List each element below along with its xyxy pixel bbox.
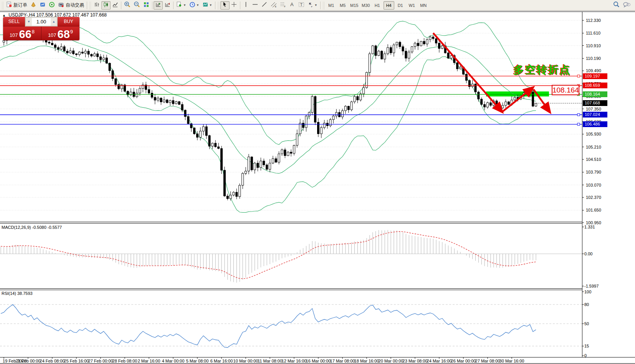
timeframe-button-M30[interactable]: M30: [360, 1, 371, 10]
auto-scroll-icon: [155, 2, 161, 9]
date-axis-label: 5 Mar 08:00: [186, 359, 209, 363]
buy-price-prefix: 107: [48, 32, 56, 38]
date-axis-label: 2 Mar 16:00: [138, 359, 160, 363]
rsi-axis-label: 0: [584, 353, 587, 358]
volume-value[interactable]: 1.00: [32, 18, 51, 26]
volume-decrease-button[interactable]: ▼: [26, 18, 32, 26]
toolbar: 新订单 自动交易 ▼ ▼ ▼ E F A T: [0, 0, 635, 11]
macd-axis-label: 0.00: [584, 251, 592, 256]
horizontal-line-button[interactable]: [251, 1, 260, 10]
price-level-tag: 109.197: [583, 73, 607, 79]
toolbar-drag-handle[interactable]: [322, 2, 325, 9]
text-button[interactable]: A: [288, 1, 297, 10]
zoom-out-button[interactable]: [132, 1, 142, 10]
price-axis-label: 104.510: [586, 157, 601, 162]
cursor-icon: [222, 2, 228, 9]
volume-increase-button[interactable]: ▲: [51, 18, 57, 26]
rsi-axis-label: 100: [584, 290, 591, 295]
price-axis-label: 103.070: [586, 183, 601, 188]
line-anchor-marker: [577, 123, 580, 126]
price-level-tag: 108.164: [583, 91, 607, 97]
fibonacci-button[interactable]: F: [278, 1, 288, 10]
periods-button[interactable]: ▼: [188, 1, 201, 10]
date-axis-label: 27 Mar 08:00: [475, 359, 500, 363]
fibonacci-icon: F: [280, 2, 286, 9]
buy-price-sup: 9: [70, 29, 73, 35]
timeframe-button-M1[interactable]: M1: [326, 1, 337, 10]
buy-price-big: 68: [58, 29, 70, 39]
quotes-button[interactable]: [29, 1, 38, 10]
vertical-line-button[interactable]: [241, 1, 251, 10]
text-label-button[interactable]: T: [297, 1, 306, 10]
chevron-down-icon: ▼: [27, 20, 30, 23]
timeframe-button-H4[interactable]: H4: [384, 1, 394, 10]
sell-button[interactable]: SELL: [3, 17, 25, 26]
arrows-button[interactable]: ▼: [306, 1, 319, 10]
sell-price-display[interactable]: 107668: [3, 26, 41, 40]
chart-window-button[interactable]: [38, 1, 47, 10]
date-axis-label: 11 Mar 08:00: [258, 359, 282, 363]
rsi-axis-label: 80: [584, 302, 589, 307]
timeframe-button-M5[interactable]: M5: [337, 1, 348, 10]
timeframe-toolbar: M1M5M15M30H1H4D1W1MN: [326, 1, 429, 10]
zoom-in-icon: [124, 1, 131, 9]
templates-button[interactable]: ▼: [201, 1, 214, 10]
buy-price-display[interactable]: 107689: [41, 26, 79, 40]
search-button[interactable]: [611, 1, 621, 10]
timeframe-button-D1[interactable]: D1: [395, 1, 406, 10]
autotrading-label: 自动交易: [66, 2, 84, 8]
rsi-indicator-label: RSI(14) 38.7593: [2, 291, 33, 296]
macd-indicator: [0, 230, 582, 283]
add-indicator-button[interactable]: ▼: [175, 1, 188, 10]
zoom-in-button[interactable]: [122, 1, 132, 10]
tile-windows-button[interactable]: [142, 1, 151, 10]
equidistant-channel-button[interactable]: E: [269, 1, 278, 10]
chat-icon: [623, 2, 630, 9]
macd-indicator-label: MACD(12,26,9) -0.5080 -0.5577: [2, 225, 62, 230]
volume-stepper: ▼ 1.00 ▲: [25, 17, 58, 26]
autotrading-button[interactable]: 自动交易: [56, 1, 86, 10]
line-chart-button[interactable]: [111, 1, 120, 10]
chevron-up-icon: ▲: [52, 20, 55, 23]
trendline-button[interactable]: [260, 1, 269, 10]
crosshair-button[interactable]: [230, 1, 239, 10]
candlestick-series: [3, 21, 537, 200]
sell-price-sup: 8: [32, 29, 35, 35]
candlestick-chart-button[interactable]: [101, 1, 111, 10]
tile-windows-icon: [143, 2, 149, 9]
chat-button[interactable]: [621, 1, 632, 10]
text-icon: A: [289, 2, 295, 9]
svg-text:A: A: [290, 2, 294, 7]
new-order-button[interactable]: 新订单: [5, 1, 29, 10]
bollinger-bands: [0, 21, 536, 212]
signals-button[interactable]: [47, 1, 56, 10]
price-axis-label: 112.330: [586, 18, 601, 23]
timeframe-button-H1[interactable]: H1: [372, 1, 383, 10]
trendline-icon: [261, 2, 267, 9]
text-label-icon: T: [298, 2, 304, 9]
svg-text:F: F: [284, 5, 286, 8]
cursor-button[interactable]: [220, 1, 230, 10]
arrows-icon: [308, 2, 314, 9]
line-chart-icon: [112, 2, 118, 9]
timeframe-button-M15[interactable]: M15: [349, 1, 360, 10]
equidistant-channel-icon: E: [271, 2, 277, 9]
date-axis-label: 17 Mar 08:00: [330, 359, 355, 363]
macd-axis-label: -1.5997: [584, 284, 599, 289]
date-axis-label: 12 Mar 16:00: [282, 359, 307, 363]
bar-chart-button[interactable]: [92, 1, 101, 10]
timeframe-button-W1[interactable]: W1: [407, 1, 417, 10]
toolbar-drag-handle[interactable]: [89, 2, 91, 9]
chart-shift-button[interactable]: [163, 1, 172, 10]
date-axis-label: 18 Mar 16:00: [354, 359, 379, 363]
toolbar-drag-handle[interactable]: [2, 2, 4, 9]
trend-arrow: [433, 33, 502, 112]
chevron-down-icon: ▼: [196, 3, 199, 7]
buy-button[interactable]: BUY: [58, 17, 79, 26]
timeframe-button-MN[interactable]: MN: [418, 1, 429, 10]
date-axis-label: 27 Feb 00:00: [88, 359, 113, 363]
toolbar-drag-handle[interactable]: [217, 2, 220, 9]
toolbar-separator: [215, 2, 215, 9]
auto-scroll-button[interactable]: [154, 1, 163, 10]
new-order-label: 新订单: [13, 2, 27, 8]
